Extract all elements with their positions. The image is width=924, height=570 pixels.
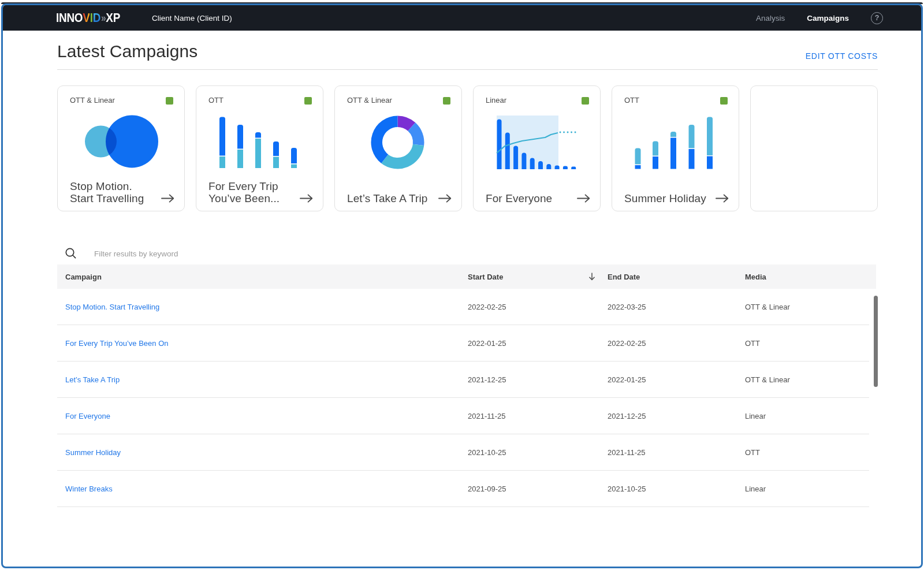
cell-media: OTT & Linear [745, 289, 790, 325]
campaign-card[interactable]: LinearFor Everyone [473, 85, 601, 211]
table-header: Campaign Start Date End Date Media [57, 264, 876, 289]
cell-media: Linear [745, 398, 766, 434]
cell-campaign-link[interactable]: Summer Holiday [65, 434, 121, 471]
filter-row [57, 243, 878, 264]
navbar-links: Analysis Campaigns ? [756, 5, 883, 31]
cell-end-date: 2021-10-25 [608, 471, 646, 507]
cell-end-date: 2021-12-25 [608, 398, 646, 434]
card-footer: Stop Motion.Start Travelling [70, 180, 174, 204]
card-footer: For Every TripYou’ve Been... [208, 180, 313, 204]
cell-media: OTT [745, 434, 760, 471]
cell-campaign-link[interactable]: Let’s Take A Trip [65, 362, 120, 398]
arrow-right-icon[interactable] [161, 194, 174, 203]
logo-part: V [83, 12, 90, 24]
table-row: Stop Motion. Start Travelling2022-02-252… [57, 289, 869, 325]
innovid-xp-logo[interactable]: INNOVID»XP [56, 5, 120, 31]
cell-start-date: 2021-11-25 [468, 398, 506, 434]
logo-part: D [93, 12, 100, 24]
cell-campaign-link[interactable]: For Everyone [65, 398, 110, 434]
title-divider [57, 69, 878, 70]
edit-ott-costs-link[interactable]: EDIT OTT COSTS [806, 51, 878, 61]
arrow-right-icon[interactable] [438, 194, 452, 203]
card-title[interactable]: Let’s Take A Trip [347, 192, 427, 204]
sort-desc-icon[interactable] [588, 272, 596, 281]
column-header-media[interactable]: Media [745, 264, 766, 289]
card-title[interactable]: For Everyone [486, 192, 552, 204]
cell-end-date: 2022-01-25 [608, 362, 646, 398]
card-footer: For Everyone [486, 192, 590, 204]
arrow-right-icon[interactable] [300, 194, 313, 203]
logo-part: XP [106, 12, 120, 24]
arrow-right-icon[interactable] [577, 194, 590, 203]
cell-media: OTT [745, 325, 760, 362]
main-content: Latest Campaigns EDIT OTT COSTS OTT & Li… [57, 31, 878, 567]
logo-part: INNO [56, 12, 83, 24]
cell-end-date: 2021-11-25 [608, 434, 646, 471]
search-icon [65, 247, 77, 260]
column-header-start-date[interactable]: Start Date [468, 264, 503, 289]
column-header-end-date[interactable]: End Date [608, 264, 640, 289]
campaigns-table: Campaign Start Date End Date Media Stop … [57, 264, 878, 507]
cell-start-date: 2021-09-25 [468, 471, 506, 507]
nav-link-campaigns[interactable]: Campaigns [807, 14, 849, 23]
column-header-campaign[interactable]: Campaign [65, 264, 102, 289]
card-footer: Summer Holiday [624, 192, 729, 204]
card-title[interactable]: For Every TripYou’ve Been... [208, 180, 280, 204]
client-name-label: Client Name (Client ID) [152, 5, 232, 31]
table-row: Winter Breaks2021-09-252021-10-25Linear [57, 471, 869, 507]
cell-media: OTT & Linear [745, 362, 790, 398]
table-row: For Every Trip You’ve Been On2022-01-252… [57, 325, 869, 362]
top-navbar: INNOVID»XP Client Name (Client ID) Analy… [3, 5, 921, 31]
table-scrollbar-thumb[interactable] [874, 296, 878, 387]
cell-start-date: 2021-10-25 [468, 434, 506, 471]
arrow-right-icon[interactable] [716, 194, 729, 203]
card-title[interactable]: Stop Motion.Start Travelling [70, 180, 144, 204]
campaign-card[interactable]: OTTSummer Holiday [612, 85, 739, 211]
card-title[interactable]: Summer Holiday [624, 192, 706, 204]
cell-start-date: 2021-12-25 [468, 362, 506, 398]
table-row: For Everyone2021-11-252021-12-25Linear [57, 398, 869, 434]
campaign-card[interactable]: OTTFor Every TripYou’ve Been... [196, 85, 323, 211]
nav-link-analysis[interactable]: Analysis [756, 14, 785, 23]
table-body: Stop Motion. Start Travelling2022-02-252… [57, 289, 878, 507]
app-window: INNOVID»XP Client Name (Client ID) Analy… [1, 3, 923, 568]
table-row: Let’s Take A Trip2021-12-252022-01-25OTT… [57, 362, 869, 398]
cell-start-date: 2022-01-25 [468, 325, 506, 362]
card-footer: Let’s Take A Trip [347, 192, 452, 204]
campaign-card[interactable]: OTT & LinearStop Motion.Start Travelling [57, 85, 185, 211]
campaign-cards: OTT & LinearStop Motion.Start Travelling… [57, 85, 878, 211]
logo-part: » [101, 13, 106, 23]
cell-campaign-link[interactable]: Winter Breaks [65, 471, 113, 507]
cell-start-date: 2022-02-25 [468, 289, 506, 325]
cell-end-date: 2022-03-25 [608, 289, 646, 325]
cell-campaign-link[interactable]: Stop Motion. Start Travelling [65, 289, 159, 325]
cell-campaign-link[interactable]: For Every Trip You’ve Been On [65, 325, 168, 362]
campaign-card[interactable]: OTT & LinearLet’s Take A Trip [334, 85, 462, 211]
cell-end-date: 2022-02-25 [608, 325, 646, 362]
help-glyph: ? [875, 14, 880, 22]
help-icon[interactable]: ? [871, 12, 883, 24]
empty-card [750, 85, 878, 211]
table-row: Summer Holiday2021-10-252021-11-25OTT [57, 434, 869, 471]
page-title: Latest Campaigns [57, 42, 198, 61]
filter-input[interactable] [94, 243, 556, 264]
cell-media: Linear [745, 471, 766, 507]
